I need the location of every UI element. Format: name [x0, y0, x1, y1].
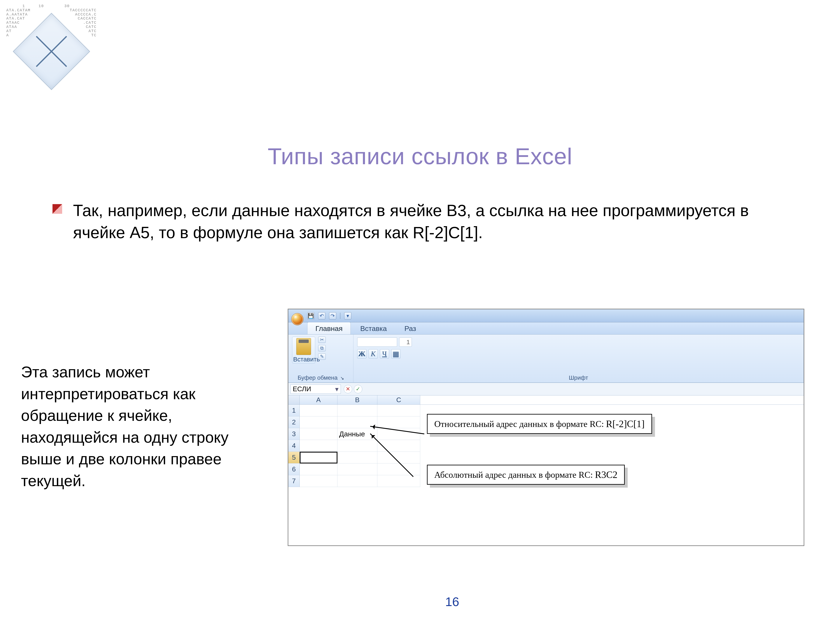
col-header-C[interactable]: C [377, 395, 420, 404]
cell-B6[interactable] [338, 463, 377, 475]
cell-A7[interactable] [300, 475, 338, 487]
paste-icon [296, 338, 311, 355]
cell-C7[interactable] [377, 475, 420, 487]
page-number: 16 [445, 595, 459, 609]
cell-A2[interactable] [300, 417, 338, 428]
callout-relative-rc: R[-2]C[1] [606, 418, 645, 429]
col-header-B[interactable]: B [338, 395, 377, 404]
cell-A3[interactable] [300, 428, 338, 440]
qat-customize-icon[interactable]: ▾ [344, 312, 351, 319]
select-all-corner[interactable] [288, 395, 300, 404]
callout-relative: Относительный адрес данных в формате RC:… [427, 414, 652, 434]
cell-C4[interactable] [377, 440, 420, 452]
formula-accept-button[interactable]: ✓ [354, 385, 362, 393]
cell-B7[interactable] [338, 475, 377, 487]
copy-icon[interactable]: ⧉ [318, 345, 326, 351]
group-font-label: Шрифт [357, 374, 800, 382]
callout-relative-text: Относительный адрес данных в формате RC: [434, 419, 604, 429]
bold-button[interactable]: Ж [357, 349, 366, 358]
format-painter-icon[interactable]: ✎ [318, 354, 326, 360]
font-size-combo[interactable]: 1 [399, 338, 412, 347]
col-header-A[interactable]: A [300, 395, 338, 404]
callout-absolute-rc: R3C2 [595, 469, 617, 480]
row-header-7[interactable]: 7 [288, 475, 300, 487]
bullet-icon [52, 204, 62, 214]
row-header-6[interactable]: 6 [288, 463, 300, 475]
paste-label: Вставить [293, 356, 314, 363]
group-clipboard-label: Буфер обмена ↘ [292, 374, 349, 382]
callout-absolute-text: Абсолютный адрес данных в формате RC: [434, 470, 593, 480]
cell-B1[interactable] [338, 405, 377, 417]
tab-third-partial[interactable]: Раз [396, 322, 418, 334]
row-5: 5 = [288, 452, 804, 463]
tab-insert[interactable]: Вставка [352, 322, 395, 334]
main-bullet-text: Так, например, если данные находятся в я… [73, 199, 797, 244]
row-4: 4 [288, 440, 804, 452]
qat-redo-icon[interactable]: ↷ [329, 312, 336, 319]
row-header-5[interactable]: 5 [288, 452, 300, 463]
formula-bar: ЕСЛИ ▾ ✕ ✓ [288, 383, 804, 395]
group-font: 1 Ж К Ч ▦ Шрифт [354, 335, 804, 382]
cell-B5[interactable] [338, 452, 377, 463]
office-button[interactable] [291, 313, 303, 325]
callout-absolute: Абсолютный адрес данных в формате RC: R3… [427, 465, 625, 485]
dialog-launcher-icon[interactable]: ↘ [339, 376, 344, 381]
row-header-4[interactable]: 4 [288, 440, 300, 452]
slide-title: Типы записи ссылок в Excel [0, 143, 840, 169]
formula-cancel-button[interactable]: ✕ [344, 385, 352, 393]
qat-save-icon[interactable]: 💾 [307, 312, 314, 319]
name-box-value: ЕСЛИ [293, 385, 311, 393]
tab-home[interactable]: Главная [307, 322, 351, 334]
row-header-3[interactable]: 3 [288, 428, 300, 440]
row-header-2[interactable]: 2 [288, 417, 300, 428]
ribbon-body: Вставить ✂ ⧉ ✎ Буфер обмена ↘ 1 Ж [288, 335, 804, 383]
name-box[interactable]: ЕСЛИ ▾ [291, 385, 341, 394]
name-box-dropdown-icon[interactable]: ▾ [335, 385, 338, 393]
border-button[interactable]: ▦ [391, 349, 401, 358]
paste-button[interactable]: Вставить [292, 336, 315, 363]
cut-icon[interactable]: ✂ [318, 336, 326, 343]
row-header-1[interactable]: 1 [288, 405, 300, 417]
cell-C2[interactable] [377, 417, 420, 428]
cell-A5[interactable]: = [300, 452, 338, 463]
secondary-note: Эта запись может интерпретироваться как … [21, 361, 258, 492]
institution-logo: 1 10 ATA.CATAM A.AATATA ATA.CAT ATAAC AT… [6, 2, 96, 101]
excel-screenshot: 💾 ↶ ↷ ▾ Главная Вставка Раз Вставить ✂ ⧉… [288, 309, 804, 546]
cell-A6[interactable] [300, 463, 338, 475]
excel-titlebar: 💾 ↶ ↷ ▾ [288, 309, 804, 322]
cell-C1[interactable] [377, 405, 420, 417]
italic-button[interactable]: К [369, 349, 378, 358]
underline-button[interactable]: Ч [380, 349, 389, 358]
qat-undo-icon[interactable]: ↶ [318, 312, 325, 319]
cell-B4[interactable] [338, 440, 377, 452]
group-clipboard: Вставить ✂ ⧉ ✎ Буфер обмена ↘ [288, 335, 354, 382]
font-name-combo[interactable] [357, 338, 397, 347]
qat-separator [340, 313, 340, 319]
cell-A1[interactable] [300, 405, 338, 417]
column-headers: A B C [288, 395, 804, 405]
cell-C6[interactable] [377, 463, 420, 475]
cell-A4[interactable] [300, 440, 338, 452]
main-bullet: Так, например, если данные находятся в я… [52, 199, 798, 244]
ribbon-tabs: Главная Вставка Раз [288, 322, 804, 335]
